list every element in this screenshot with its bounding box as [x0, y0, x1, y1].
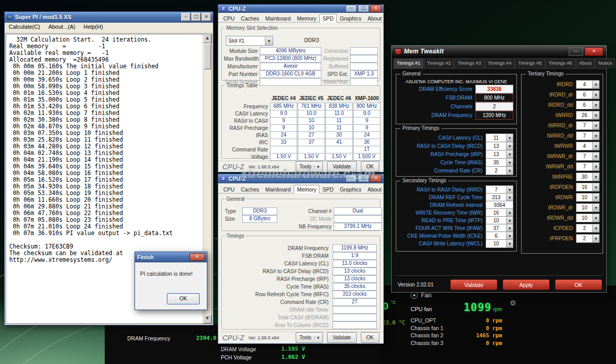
memtweakit-ok-button[interactable]: OK — [555, 279, 602, 290]
maximize-icon[interactable]: □ — [191, 13, 201, 21]
timing-value-combo[interactable]: 7▼ — [576, 152, 600, 161]
timing-value-combo[interactable]: 7▼ — [576, 131, 600, 140]
tab-cpu[interactable]: CPU — [220, 14, 238, 23]
dropdown-arrow-icon[interactable]: ▼ — [265, 36, 273, 45]
tab-spd[interactable]: SPD — [319, 185, 337, 194]
timing-value: 10 — [486, 241, 506, 246]
memtweakit-tab[interactable]: Timings #1 — [394, 59, 424, 68]
ok-button[interactable]: OK — [361, 161, 379, 172]
superpi-titlebar[interactable]: π Super PI / mod1.5 XS – □ × — [5, 12, 213, 23]
divider — [396, 275, 602, 276]
timings-table-group: Timings Table JEDEC #4JEDEC #5JEDEC #6XM… — [221, 83, 380, 159]
close-icon[interactable]: × — [189, 253, 205, 261]
memtweakit-tab[interactable]: About — [576, 59, 595, 68]
memtweakit-tab[interactable]: Timings #6 — [546, 59, 575, 68]
scrollbar-thumb[interactable] — [204, 44, 211, 69]
timing-value-combo[interactable]: 35▼ — [486, 158, 513, 167]
timing-value-combo[interactable]: 10▼ — [576, 214, 600, 222]
timing-value-combo[interactable]: 26▼ — [576, 111, 600, 120]
field-value: 1199.8 MHz — [333, 244, 377, 252]
spd-cell: 36 — [353, 139, 380, 146]
tab-about[interactable]: About — [364, 185, 384, 194]
memtweakit-tab[interactable]: Timings #2 — [424, 59, 454, 68]
timing-value-combo[interactable]: 11▼ — [486, 133, 513, 142]
timing-value-combo[interactable]: 13▼ — [486, 142, 513, 150]
maximize-icon[interactable]: □ — [358, 5, 369, 12]
timing-value-combo[interactable]: 2▼ — [486, 166, 513, 175]
slot-select-value: Slot #1 — [226, 38, 265, 44]
memtweakit-version: Version 2.02.01 — [398, 282, 434, 288]
timing-value-combo[interactable]: 2▼ — [576, 224, 600, 233]
validate-button[interactable]: Validate — [327, 161, 356, 172]
minimize-icon[interactable]: — — [345, 175, 357, 182]
memory-timing-rows: DRAM Frequency1199.8 MHzFSB:DRAM1:9CAS# … — [225, 245, 377, 330]
timing-value-combo[interactable]: 6▼ — [576, 90, 600, 99]
timing-value-combo[interactable]: 10▼ — [576, 193, 600, 202]
timing-value-combo[interactable]: 10▼ — [486, 239, 513, 248]
finish-titlebar[interactable]: Finish × — [135, 252, 207, 262]
minimize-icon[interactable]: — — [345, 5, 357, 12]
tab-cpu[interactable]: CPU — [220, 185, 238, 194]
close-icon[interactable]: × — [370, 5, 381, 12]
timing-value-combo[interactable]: 4▼ — [576, 142, 600, 150]
timing-value-combo[interactable]: 10▼ — [576, 203, 600, 212]
menu-item[interactable]: Calculate(C) — [9, 24, 40, 33]
tab-memory[interactable]: Memory — [294, 14, 319, 23]
timing-value-combo[interactable]: 7▼ — [576, 162, 600, 171]
memtweakit-tab[interactable]: Timings #3 — [454, 59, 484, 68]
timing-value-combo[interactable]: 6▼ — [576, 101, 600, 109]
scroll-up-icon[interactable]: ▲ — [203, 34, 211, 43]
field-value: 4096 MBytes — [260, 47, 321, 55]
timing-value-combo[interactable]: 16▼ — [576, 183, 600, 191]
tab-spd[interactable]: SPD — [319, 14, 337, 23]
field-value: 1:9 — [333, 252, 377, 260]
timing-row: DRAM Refresh Interval9364 — [396, 201, 516, 209]
validate-button[interactable]: Validate — [327, 332, 356, 343]
close-icon[interactable]: × — [370, 175, 381, 182]
tab-about[interactable]: About — [364, 14, 384, 23]
tab-graphics[interactable]: Graphics — [337, 185, 364, 194]
memtweakit-apply-button[interactable]: Apply — [503, 279, 550, 290]
slot-select[interactable]: Slot #1 ▼ — [226, 36, 273, 46]
memtweakit-tab[interactable]: Notice — [595, 59, 615, 68]
timing-row: tWRRD_dr7▼ — [522, 120, 603, 130]
close-icon[interactable]: × — [202, 13, 211, 21]
memtweakit-tab[interactable]: Timings #5 — [515, 59, 545, 68]
timing-row: CKE Minimal Pulse Width (tCKE)6▼ — [396, 232, 516, 240]
timing-label: tWRRD — [525, 112, 576, 118]
gear-icon[interactable]: ⚙ — [510, 299, 516, 307]
spd-cell: 1.50 V — [298, 153, 325, 161]
tab-mainboard[interactable]: Mainboard — [262, 14, 294, 23]
memtweakit-tab[interactable]: Timings #4 — [485, 59, 514, 68]
tools-button[interactable]: Tools ▼ — [296, 161, 323, 172]
memtweakit-validate-button[interactable]: Validate — [450, 279, 497, 290]
scroll-down-icon[interactable]: ▼ — [203, 315, 211, 323]
tab-caches[interactable]: Caches — [238, 185, 262, 194]
tertiary-timing-rows: tRDRD4▼tRDRD_dr6▼tRDRD_dd6▼tWRRD26▼tWRRD… — [522, 79, 603, 243]
fan-icon — [411, 292, 418, 299]
timing-value-combo[interactable]: 2▼ — [576, 234, 600, 243]
memtweakit-titlebar[interactable]: Mem TweakIt — × — [392, 46, 606, 58]
spd-cell: 24 — [270, 131, 297, 139]
cpuz-memory-titlebar[interactable]: Z CPU-Z — □ × — [218, 174, 383, 183]
dropdown-arrow-icon: ▼ — [592, 142, 599, 150]
tools-button[interactable]: Tools ▼ — [296, 332, 323, 343]
timing-value-combo[interactable]: 13▼ — [486, 150, 513, 159]
minimize-icon[interactable]: – — [181, 13, 190, 21]
cpuz-spd-titlebar[interactable]: Z CPU-Z — □ × — [218, 5, 383, 13]
tab-graphics[interactable]: Graphics — [337, 14, 364, 23]
menu-item[interactable]: Help(H) — [84, 24, 103, 33]
minimize-icon[interactable]: — — [569, 47, 583, 56]
timing-value-combo[interactable]: 4▼ — [576, 80, 600, 89]
spd-row-label: tRC — [225, 140, 270, 145]
maximize-icon[interactable]: □ — [358, 175, 369, 182]
ok-button[interactable]: OK — [167, 293, 200, 304]
tab-memory[interactable]: Memory — [294, 185, 319, 194]
ok-button[interactable]: OK — [361, 332, 379, 343]
timing-value-combo[interactable]: 30▼ — [576, 173, 600, 181]
tab-mainboard[interactable]: Mainboard — [262, 185, 294, 194]
menu-item[interactable]: About...(A) — [48, 24, 75, 33]
tab-caches[interactable]: Caches — [238, 14, 262, 23]
close-icon[interactable]: × — [585, 47, 603, 56]
timing-value-combo[interactable]: 7▼ — [576, 121, 600, 130]
